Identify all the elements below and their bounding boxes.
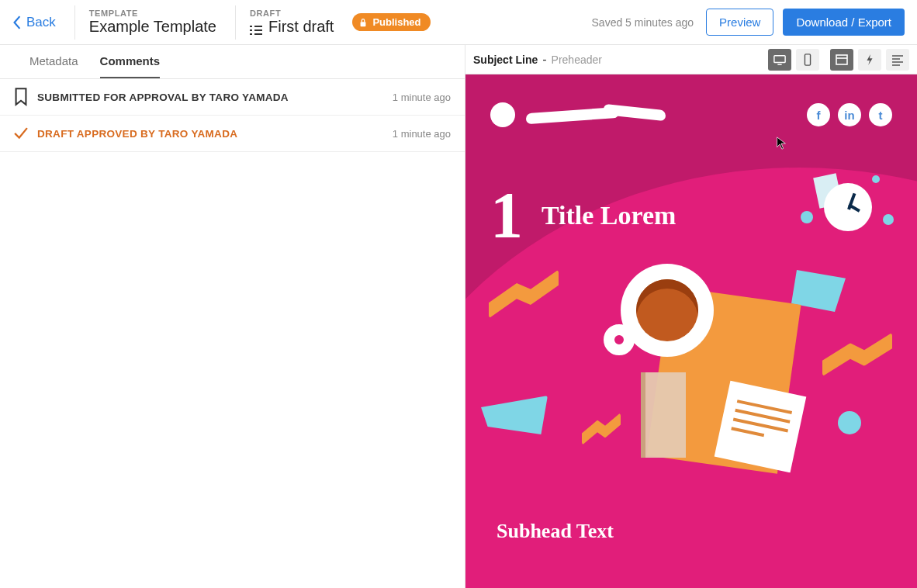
draft-name: First draft xyxy=(268,18,334,36)
layout-mode-button[interactable] xyxy=(830,49,853,71)
divider xyxy=(74,5,75,40)
align-icon xyxy=(891,54,904,66)
svg-rect-1 xyxy=(774,55,785,62)
activity-text: SUBMITTED FOR APPROVAL BY TARO YAMADA xyxy=(37,92,289,103)
email-canvas[interactable]: f in t 1 Title Lorem xyxy=(465,74,917,588)
preheader[interactable]: Preheader xyxy=(552,54,602,66)
bookmark-icon xyxy=(14,90,28,104)
align-mode-button[interactable] xyxy=(886,49,909,71)
twitter-icon[interactable]: t xyxy=(869,103,892,126)
subject-sep: - xyxy=(542,53,546,67)
mode-toggle xyxy=(830,49,909,71)
email-title: Title Lorem xyxy=(542,201,676,230)
mobile-view-button[interactable] xyxy=(796,49,819,71)
linkedin-icon[interactable]: in xyxy=(838,103,861,126)
cursor-icon xyxy=(776,137,787,150)
activity-time: 1 minute ago xyxy=(393,128,451,140)
published-badge: Published xyxy=(352,13,430,31)
top-bar: Back TEMPLATE Example Template DRAFT Fir… xyxy=(0,0,917,45)
activity-time: 1 minute ago xyxy=(393,92,451,103)
tabs: Metadata Comments xyxy=(0,45,465,79)
logo-dot-icon xyxy=(490,102,515,127)
bolt-icon xyxy=(863,54,876,66)
svg-rect-3 xyxy=(836,55,847,64)
back-label: Back xyxy=(26,15,56,30)
template-eyebrow: TEMPLATE xyxy=(89,9,216,18)
preview-header: Subject Line - Preheader xyxy=(465,45,917,74)
list-icon xyxy=(250,22,262,33)
chevron-left-icon xyxy=(12,16,22,29)
divider xyxy=(235,5,236,40)
desktop-icon xyxy=(773,54,786,66)
bolt-mode-button[interactable] xyxy=(858,49,881,71)
logo xyxy=(490,102,666,127)
draft-block[interactable]: DRAFT First draft xyxy=(250,9,334,36)
hero-illustration xyxy=(465,264,917,520)
facebook-icon[interactable]: f xyxy=(807,103,830,126)
activity-row[interactable]: DRAFT APPROVED BY TARO YAMADA 1 minute a… xyxy=(0,116,465,152)
lock-icon xyxy=(358,18,368,27)
right-panel: Subject Line - Preheader xyxy=(465,45,917,588)
email-preview: f in t 1 Title Lorem xyxy=(465,74,917,588)
email-title-block: 1 Title Lorem xyxy=(465,137,917,264)
svg-rect-0 xyxy=(361,22,366,26)
preview-button[interactable]: Preview xyxy=(706,9,773,36)
published-label: Published xyxy=(372,16,420,28)
tab-metadata[interactable]: Metadata xyxy=(29,54,78,78)
mobile-icon xyxy=(801,54,814,66)
tab-comments[interactable]: Comments xyxy=(100,54,161,78)
saved-status: Saved 5 minutes ago xyxy=(592,16,694,29)
social-links: f in t xyxy=(807,103,892,126)
template-block[interactable]: TEMPLATE Example Template xyxy=(89,9,216,36)
clock-illustration xyxy=(801,175,894,245)
email-header: f in t xyxy=(465,74,917,137)
activity-text: DRAFT APPROVED BY TARO YAMADA xyxy=(37,128,237,140)
template-name: Example Template xyxy=(89,18,216,36)
subject-line[interactable]: Subject Line xyxy=(473,54,538,66)
activity-list: SUBMITTED FOR APPROVAL BY TARO YAMADA 1 … xyxy=(0,79,465,152)
activity-row[interactable]: SUBMITTED FOR APPROVAL BY TARO YAMADA 1 … xyxy=(0,79,465,116)
layout-icon xyxy=(836,54,848,66)
left-panel: Metadata Comments SUBMITTED FOR APPROVAL… xyxy=(0,45,465,588)
email-subhead: Subhead Text xyxy=(465,520,917,562)
desktop-view-button[interactable] xyxy=(768,49,791,71)
download-export-button[interactable]: Download / Export xyxy=(783,9,905,36)
draft-eyebrow: DRAFT xyxy=(250,9,334,18)
svg-rect-2 xyxy=(805,54,810,64)
check-icon xyxy=(14,126,28,140)
back-button[interactable]: Back xyxy=(12,15,74,30)
title-number: 1 xyxy=(490,183,523,248)
logo-scribble-icon xyxy=(526,107,666,123)
viewport-toggle xyxy=(768,49,819,71)
